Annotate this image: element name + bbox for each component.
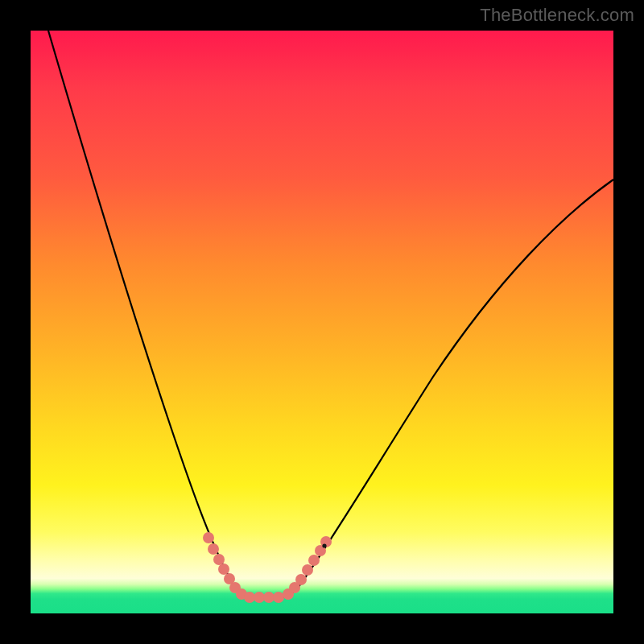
svg-point-7 (244, 592, 255, 603)
svg-point-14 (302, 564, 313, 576)
watermark-text: TheBottleneck.com (480, 5, 634, 26)
svg-point-3 (218, 564, 229, 575)
marker-cluster-bottom (244, 592, 284, 603)
curve-layer (31, 31, 613, 613)
svg-point-1 (208, 543, 219, 555)
svg-point-0 (203, 532, 214, 543)
svg-point-8 (254, 592, 265, 603)
plot-area (31, 31, 613, 613)
svg-point-15 (308, 555, 320, 566)
svg-point-9 (263, 592, 275, 603)
single-dark-marker (322, 543, 326, 547)
chart-frame: TheBottleneck.com (0, 0, 644, 644)
bottleneck-curve (48, 31, 613, 597)
marker-cluster-left (203, 532, 247, 600)
svg-point-13 (295, 574, 307, 585)
svg-point-10 (273, 592, 284, 603)
svg-point-2 (213, 554, 225, 565)
